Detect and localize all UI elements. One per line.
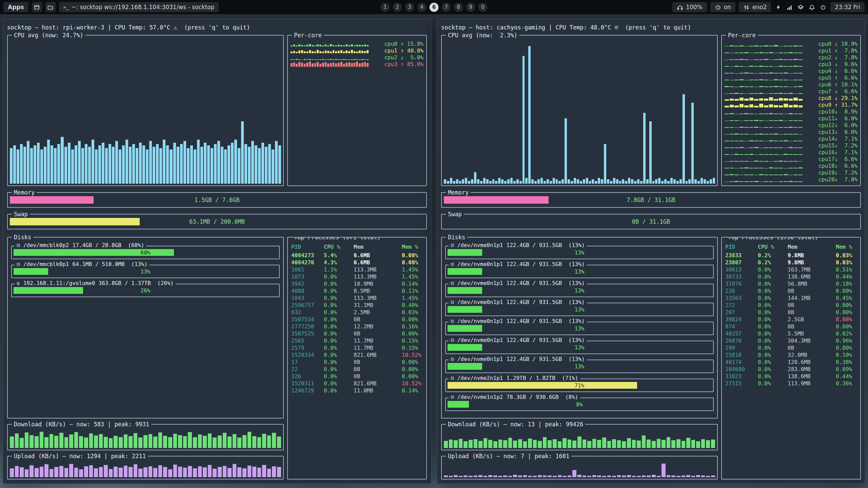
- spark-bar: [798, 53, 803, 53]
- chart-bar: [543, 475, 547, 477]
- process-pid: 299: [725, 344, 758, 351]
- process-cpu: 0.0%: [758, 373, 788, 380]
- chart-bar: [13, 145, 16, 184]
- core-label: cpu7 ↓ 6.6%: [806, 88, 857, 95]
- core-sparkline: [291, 41, 369, 46]
- spark-bar: [333, 62, 335, 67]
- chart-bar: [617, 440, 621, 448]
- spark-bar: [798, 86, 803, 87]
- spark-bar: [351, 44, 353, 46]
- spark-bar: [739, 93, 744, 94]
- process-row: 35075340.0%0B0.00%: [288, 316, 426, 323]
- spark-bar: [769, 80, 773, 80]
- spark-bar: [325, 62, 327, 67]
- disk-icon: ⇅: [17, 280, 20, 286]
- process-cpu: 0.0%: [758, 302, 788, 309]
- signal-button[interactable]: [786, 3, 793, 11]
- spark-bar: [725, 114, 729, 114]
- workspace-button-2[interactable]: 2: [393, 3, 402, 12]
- chart-bar: [523, 475, 527, 477]
- disk-icon: ⊟: [451, 280, 454, 286]
- process-row: 10430.0%113.3MB1.45%: [288, 294, 426, 302]
- percore-row: cpu2 ↓ 7.8%: [725, 54, 857, 61]
- files-button[interactable]: [45, 2, 56, 12]
- spark-bar: [335, 51, 337, 53]
- spark-bar: [798, 46, 803, 46]
- chart-bar: [508, 438, 512, 448]
- core-label: cpu9 ↑ 31.7%: [806, 102, 857, 108]
- spark-bar: [789, 52, 793, 53]
- spark-bar: [361, 63, 363, 66]
- active-window-title[interactable]: >_ ~: socktop ws://192.168.1.104:3031/ws…: [59, 2, 219, 12]
- process-pid: 30733: [725, 273, 758, 280]
- notifications-button[interactable]: [808, 3, 816, 11]
- chart-bar: [622, 475, 626, 477]
- apps-button[interactable]: Apps: [3, 2, 28, 12]
- workspace-button-1[interactable]: 1: [381, 3, 390, 12]
- percore-list: cpu0 ↓ 10.9%cpu1 ↑ 7.8%cpu2 ↓ 7.8%cpu3 ↓…: [725, 40, 857, 183]
- network-indicator[interactable]: eno2: [739, 2, 771, 12]
- spark-bar: [759, 120, 764, 121]
- percore-row: cpu15↓ 7.2%: [725, 142, 857, 149]
- percore-row: cpu16↓ 7.1%: [725, 149, 857, 156]
- disk-entry-title: ⊟/dev/nvme0n1p1122.4GB / 931.5GB (13%): [449, 356, 587, 362]
- spark-bar: [734, 120, 739, 121]
- spark-bar: [759, 182, 764, 182]
- workspace-button-6[interactable]: 6: [430, 3, 439, 12]
- spark-bar: [356, 59, 358, 60]
- workspace-button-3[interactable]: 3: [405, 3, 414, 12]
- process-mem-percent: 0.38%: [836, 359, 857, 366]
- core-label: cpu6 ↑ 10.1%: [806, 81, 857, 88]
- workspace-button-4[interactable]: 4: [417, 3, 427, 12]
- spark-bar: [744, 161, 749, 162]
- chart-bar: [223, 433, 227, 448]
- chart-bar: [190, 145, 193, 184]
- chart-bar: [477, 179, 479, 184]
- chart-bar: [68, 143, 71, 184]
- chart-bar: [10, 148, 13, 184]
- chart-bar: [104, 465, 108, 477]
- core-sparkline: [725, 62, 803, 67]
- workspace-button-7[interactable]: 7: [442, 3, 451, 12]
- core-sparkline: [725, 89, 803, 94]
- shutdown-button[interactable]: [819, 3, 827, 11]
- spark-bar: [749, 134, 754, 135]
- core-sparkline: [291, 55, 369, 60]
- workspace-button-9[interactable]: 9: [466, 3, 475, 12]
- bolt-button[interactable]: [774, 3, 782, 11]
- spark-bar: [730, 155, 734, 155]
- disk-entry: ⇅192.168.1.11:/gvolume0363.8GB / 1.37TB …: [11, 284, 280, 297]
- core-label: cpu11↓ 6.0%: [806, 115, 857, 122]
- spark-bar: [725, 147, 729, 148]
- top-processes-panel: Top Processes (1790 total) PID CPU % Mem…: [721, 237, 861, 480]
- chart-bar: [244, 144, 247, 184]
- chart-bar: [577, 475, 581, 477]
- window-button[interactable]: [32, 2, 42, 12]
- spark-bar: [784, 66, 788, 67]
- chart-bar: [634, 181, 636, 184]
- process-mem: 56.8MB: [788, 280, 836, 287]
- disk-usage-text: 122.4GB / 931.5GB (13%): [507, 318, 585, 324]
- chart-bar: [153, 468, 157, 477]
- process-mem-percent: 0.14%: [402, 387, 423, 394]
- workspace-button-0[interactable]: 0: [478, 3, 488, 12]
- chart-bar: [463, 475, 468, 477]
- chart-bar: [29, 435, 34, 448]
- chart-bar: [522, 56, 525, 184]
- volume-indicator[interactable]: 100%: [672, 2, 707, 12]
- clock[interactable]: 23:32 Fri: [830, 2, 865, 12]
- spark-bar: [769, 161, 773, 162]
- spark-bar: [298, 50, 300, 53]
- layers-button[interactable]: [797, 3, 805, 11]
- spark-bar: [793, 98, 798, 101]
- process-row: 2260.0%0B0.00%: [722, 287, 860, 294]
- socktop-terminal-window[interactable]: socktop — host: cachyos-gaming | CPU Tem…: [437, 19, 865, 484]
- socktop-title-line: socktop — host: cachyos-gaming | CPU Tem…: [441, 23, 861, 32]
- socktop-terminal-window[interactable]: socktop — host: rpi-worker-3 | CPU Temp:…: [3, 19, 431, 484]
- process-mem-percent: 0.02%: [836, 330, 857, 337]
- spark-bar: [764, 99, 768, 101]
- power-profile-indicator[interactable]: on: [710, 2, 735, 12]
- workspace-button-8[interactable]: 8: [454, 3, 463, 12]
- chart-bar: [213, 469, 217, 477]
- process-cpu: 0.2%: [758, 252, 788, 259]
